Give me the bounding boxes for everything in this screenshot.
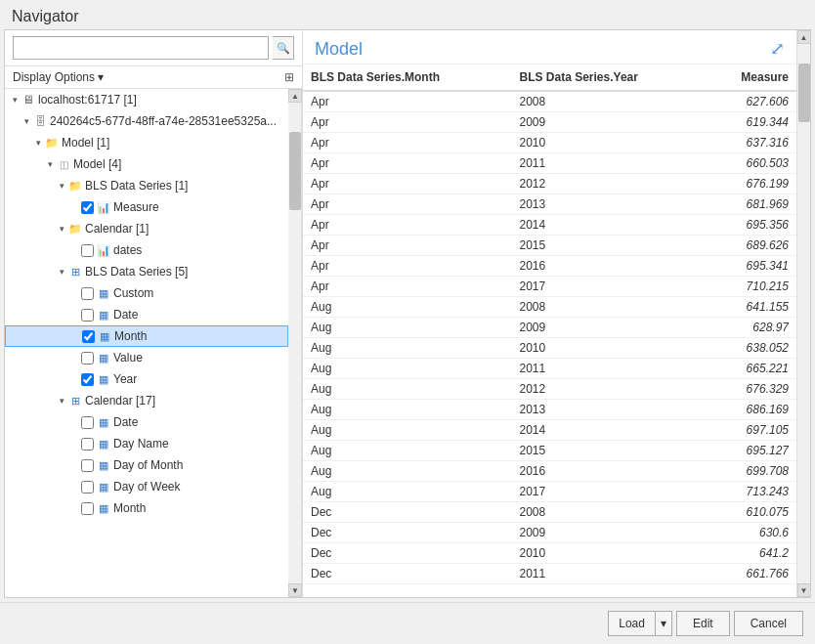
navigator-window: Navigator 🔍 Display Options ▾ ⊞ ▾🖥localh…	[0, 0, 815, 644]
table-cell: 2013	[512, 194, 706, 215]
tree-item-year[interactable]: ▦Year	[5, 368, 288, 390]
tree-label: Day of Month	[113, 458, 183, 472]
tree-item-bls1[interactable]: ▾📁BLS Data Series [1]	[5, 175, 288, 196]
col-header-measure: Measure	[706, 64, 796, 91]
tree-label: 240264c5-677d-48ff-a74e-28531ee5325a...	[50, 114, 277, 128]
table-cell: 2012	[512, 379, 706, 400]
tree-item-db[interactable]: ▾🗄240264c5-677d-48ff-a74e-28531ee5325a..…	[5, 110, 288, 132]
table-cell: 695.341	[706, 256, 796, 277]
tree-item-dayofmonth[interactable]: ▦Day of Month	[5, 454, 288, 476]
tree-item-date1[interactable]: ▦Date	[5, 304, 288, 325]
tree-item-bls5[interactable]: ▾⊞BLS Data Series [5]	[5, 261, 288, 282]
display-options-bar: Display Options ▾ ⊞	[5, 66, 302, 89]
table-cell: Apr	[303, 215, 512, 236]
right-scroll-thumb[interactable]	[798, 64, 810, 122]
edit-button[interactable]: Edit	[676, 611, 730, 636]
tree-item-calendar17[interactable]: ▾⊞Calendar [17]	[5, 390, 288, 411]
tree-item-dates[interactable]: 📊dates	[5, 239, 288, 261]
table-cell: 2010	[512, 133, 706, 153]
chevron-down-icon: ▾	[98, 70, 104, 84]
tree-label: Model [1]	[62, 136, 109, 150]
tree-item-model4[interactable]: ▾◫Model [4]	[5, 153, 288, 175]
folder-icon: 📁	[67, 178, 83, 193]
table-cell: Aug	[303, 461, 512, 482]
table-cell: 2009	[512, 523, 706, 543]
table-row: Apr2012676.199	[303, 174, 796, 194]
table-cell: Apr	[303, 277, 512, 297]
tree-item-value[interactable]: ▦Value	[5, 347, 288, 368]
table-cell: 665.221	[706, 359, 796, 379]
tree-checkbox[interactable]	[81, 201, 94, 214]
tree-checkbox[interactable]	[81, 373, 94, 386]
display-options-right-icon[interactable]: ⊞	[284, 70, 294, 84]
tree-checkbox[interactable]	[81, 244, 94, 257]
tree-item-dayofweek[interactable]: ▦Day of Week	[5, 476, 288, 497]
tree-item-server[interactable]: ▾🖥localhost:61717 [1]	[5, 89, 288, 110]
scroll-down-button[interactable]: ▼	[288, 583, 302, 597]
table-row: Aug2010638.052	[303, 338, 796, 359]
scroll-up-button[interactable]: ▲	[288, 89, 302, 103]
tree-item-date-cal[interactable]: ▦Date	[5, 411, 288, 433]
tree-checkbox[interactable]	[81, 416, 94, 429]
tree-checkbox[interactable]	[81, 309, 94, 322]
tree-checkbox[interactable]	[81, 438, 94, 451]
expand-arrow[interactable]: ▾	[44, 158, 56, 170]
load-button[interactable]: Load	[608, 611, 656, 636]
window-title: Navigator	[0, 0, 815, 29]
table-row: Dec2008610.075	[303, 502, 796, 523]
table-cell: 2008	[512, 297, 706, 318]
tree-item-month-bls[interactable]: ▦Month	[5, 325, 288, 347]
table-cell: 695.127	[706, 441, 796, 461]
hier-item-icon: ▦	[96, 479, 111, 494]
table-row: Aug2011665.221	[303, 359, 796, 379]
scroll-right-down-button[interactable]: ▼	[797, 583, 811, 597]
search-input[interactable]	[13, 36, 269, 60]
scroll-thumb[interactable]	[289, 132, 301, 210]
display-options-button[interactable]: Display Options ▾	[13, 70, 104, 84]
tree-item-calendar1[interactable]: ▾📁Calendar [1]	[5, 218, 288, 239]
measure-icon: 📊	[96, 242, 111, 258]
table-cell: 2014	[512, 420, 706, 441]
tree-checkbox[interactable]	[81, 352, 94, 365]
tree-item-model1[interactable]: ▾📁Model [1]	[5, 132, 288, 153]
expand-arrow[interactable]: ▾	[56, 395, 67, 407]
tree-checkbox[interactable]	[81, 502, 94, 515]
table-cell: 638.052	[706, 338, 796, 359]
load-dropdown-button[interactable]: ▾	[656, 611, 672, 636]
hierarchy-icon: ⊞	[67, 393, 83, 408]
expand-arrow[interactable]: ▾	[9, 94, 21, 106]
tree-label: dates	[113, 243, 142, 257]
expand-arrow[interactable]: ▾	[56, 223, 67, 235]
tree-checkbox[interactable]	[81, 287, 94, 300]
tree-checkbox[interactable]	[81, 481, 94, 494]
expand-arrow[interactable]: ▾	[56, 266, 67, 278]
expand-arrow[interactable]: ▾	[56, 180, 67, 192]
tree-label: Day Name	[113, 437, 169, 451]
panel-header-icon[interactable]: ⤢	[770, 38, 785, 60]
right-scrollbar: ▲ ▼	[796, 30, 810, 597]
table-cell: 699.708	[706, 461, 796, 482]
tree-label: BLS Data Series [1]	[85, 179, 188, 193]
hier-item-icon: ▦	[97, 328, 112, 344]
table-row: Apr2016695.341	[303, 256, 796, 277]
display-options-label: Display Options	[13, 70, 95, 84]
expand-arrow[interactable]: ▾	[32, 137, 44, 149]
model-icon: ◫	[56, 156, 71, 172]
tree-checkbox[interactable]	[82, 330, 95, 343]
col-header-year: BLS Data Series.Year	[512, 64, 706, 91]
cancel-button[interactable]: Cancel	[734, 611, 803, 636]
scroll-track	[288, 103, 301, 583]
left-scrollbar: ▲ ▼	[288, 89, 302, 597]
tree-item-measure[interactable]: 📊Measure	[5, 196, 288, 218]
table-cell: Dec	[303, 564, 512, 584]
expand-arrow[interactable]: ▾	[21, 115, 32, 127]
tree-item-month-cal[interactable]: ▦Month	[5, 497, 288, 519]
search-button[interactable]: 🔍	[273, 36, 294, 60]
tree-item-dayname[interactable]: ▦Day Name	[5, 433, 288, 454]
table-cell: 713.243	[706, 482, 796, 502]
tree-item-custom[interactable]: ▦Custom	[5, 282, 288, 304]
tree-checkbox[interactable]	[81, 459, 94, 472]
table-row: Aug2013686.169	[303, 400, 796, 420]
table-row: Apr2009619.344	[303, 112, 796, 133]
scroll-right-up-button[interactable]: ▲	[797, 30, 811, 44]
